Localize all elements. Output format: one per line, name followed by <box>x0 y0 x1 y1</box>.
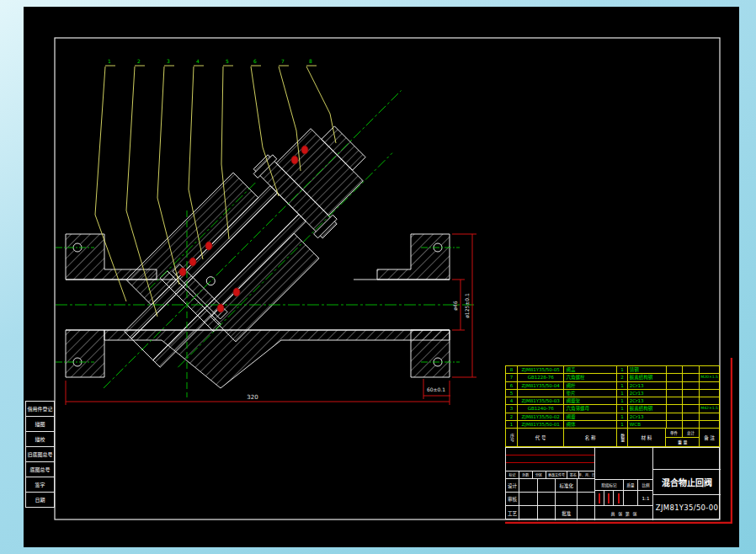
cell-name: 六角薄螺母 <box>564 405 617 412</box>
balloon-4: 4 <box>196 58 200 64</box>
cell-seq: 4 <box>506 397 518 404</box>
balloon-5: 5 <box>226 58 229 64</box>
cell-weight-unit <box>667 397 684 404</box>
cell-remark <box>700 413 719 420</box>
cell-remark <box>700 390 719 397</box>
bonnet-assembly-section <box>61 48 444 431</box>
revision-header-row: 标记 处数 分区 更改文件号 签名 年、月、日 <box>506 471 594 479</box>
margin-field-signature: 签字 <box>25 477 55 493</box>
role-design: 设计 <box>506 479 519 492</box>
cell-name: 六角螺栓 <box>564 374 617 381</box>
rev-head-zone: 分区 <box>533 471 546 478</box>
rev-head-mark: 标记 <box>506 471 519 478</box>
cell-qty: 2 <box>617 374 628 381</box>
cell-name: 阀瓣架 <box>564 397 617 404</box>
cell-weight-total <box>683 405 700 412</box>
cell-seq: 7 <box>506 374 518 381</box>
red-tick <box>618 493 620 503</box>
cell-seq: 5 <box>506 390 518 397</box>
cell-weight-total <box>683 382 700 389</box>
dim-bore-diameter: ø46 <box>452 301 458 310</box>
rev-head-count: 处数 <box>519 471 533 478</box>
balloon-2: 2 <box>137 58 141 64</box>
dim-port-width: 60±0.1 <box>427 386 445 392</box>
cell-material: 2Cr13 <box>628 397 667 404</box>
scale-value: 1:1 <box>638 491 653 505</box>
cell-remark <box>700 366 719 373</box>
role-row-process: 工艺 批准 <box>506 506 594 520</box>
cell-seq: 2 <box>506 413 518 420</box>
dim-flange-diameter: ø125±0.1 <box>464 293 470 318</box>
margin-field-label: 描图 <box>35 420 45 428</box>
cell-code: ZJM81Y35/50-03 <box>518 397 565 404</box>
cell-qty: 1 <box>617 405 628 412</box>
header-code: 代 号 <box>518 429 564 446</box>
rev-head-sign: 签名 <box>567 471 579 478</box>
table-row: 6ZJM81Y35/50-04阀杆12Cr13 <box>506 382 719 390</box>
margin-field-label: 签字 <box>35 481 45 488</box>
margin-field-date: 日期 <box>25 492 55 508</box>
red-underline <box>505 522 732 524</box>
title-block: 标记 处数 分区 更改文件号 签名 年、月、日 设计 标准化 审核 工艺 <box>505 447 720 519</box>
header-weight-group: 单件 总计 重 量 <box>666 429 700 446</box>
margin-field-trace-check: 描校 <box>25 431 55 447</box>
cell-remark: M20×1.5 <box>700 374 719 381</box>
cell-qty: 1 <box>617 390 628 397</box>
cell-seq: 8 <box>506 366 518 373</box>
role-row-design: 设计 标准化 <box>506 479 594 493</box>
drawing-number: ZJM81Y35/50-00 <box>653 495 721 520</box>
cell-name: 阀盖 <box>564 366 617 373</box>
cell-name: 阀体 <box>564 421 617 428</box>
cell-code <box>518 390 565 397</box>
cell-weight-total <box>683 374 700 381</box>
table-row: 8ZJM81Y35/50-05阀盖1铸钢 <box>506 366 719 374</box>
cell-qty: 1 <box>617 382 628 389</box>
cell-remark <box>700 421 719 428</box>
cell-qty: 1 <box>617 366 628 373</box>
table-row: 5垫片12Cr13 <box>506 390 719 397</box>
margin-field-borrow-record: 借用件登记 <box>25 401 55 417</box>
role-process: 工艺 <box>506 506 519 520</box>
cell-material: 2Cr13 <box>628 382 667 389</box>
cell-weight-unit <box>667 366 684 373</box>
revision-row <box>506 463 594 471</box>
cell-material: 铸钢 <box>628 366 667 373</box>
cell-material: 碳素结构钢 <box>628 374 667 381</box>
red-side-line <box>731 358 732 523</box>
cell-name: 阀瓣 <box>564 413 617 420</box>
title-block-name-area: 混合物止回阀 ZJM81Y35/50-00 <box>653 448 721 520</box>
role-approve: 批准 <box>556 506 578 520</box>
role-check: 审核 <box>506 493 519 505</box>
cell-weight-unit <box>667 374 684 381</box>
cell-code: ZJM81Y35/50-01 <box>518 421 565 428</box>
role-standard: 标准化 <box>556 479 578 492</box>
table-row: 3GB1240-76六角薄螺母1碳素结构钢M42×1.5 <box>506 405 719 413</box>
scale-label: 比例 <box>638 480 653 490</box>
cell-material: 2Cr13 <box>628 413 667 420</box>
stage-cells-row: 1:1 <box>595 491 653 506</box>
margin-field-trace: 描图 <box>25 416 55 432</box>
cell-code: ZJM81Y35/50-04 <box>518 382 565 389</box>
cell-weight-total <box>683 421 700 428</box>
cell-name: 阀杆 <box>564 382 617 389</box>
header-weight-total: 总计 <box>683 429 699 437</box>
cell-weight-total <box>683 413 700 420</box>
red-tick <box>599 493 600 503</box>
table-row: 2ZJM81Y35/50-02阀瓣12Cr13 <box>506 413 719 421</box>
cell-code: GB1240-76 <box>518 405 565 412</box>
stage-mark-label: 阶段标记 <box>595 480 624 490</box>
cell-code: ZJM81Y35/50-05 <box>518 366 565 373</box>
balloon-numbers: 1 2 3 4 5 6 7 8 <box>108 58 312 64</box>
header-name: 名 称 <box>564 429 616 446</box>
rev-head-date: 年、月、日 <box>579 471 594 478</box>
cell-weight-unit <box>667 405 684 412</box>
margin-field-label: 描校 <box>35 435 45 443</box>
cell-material: 2Cr13 <box>628 390 667 397</box>
revision-row <box>506 455 594 463</box>
margin-field-old-master-no: 旧底图总号 <box>25 446 55 462</box>
margin-field-label: 借用件登记 <box>27 405 52 413</box>
weight-label: 质量 <box>624 480 638 490</box>
balloon-1: 1 <box>108 58 111 64</box>
balloon-7: 7 <box>281 58 285 64</box>
cell-weight-total <box>683 397 700 404</box>
